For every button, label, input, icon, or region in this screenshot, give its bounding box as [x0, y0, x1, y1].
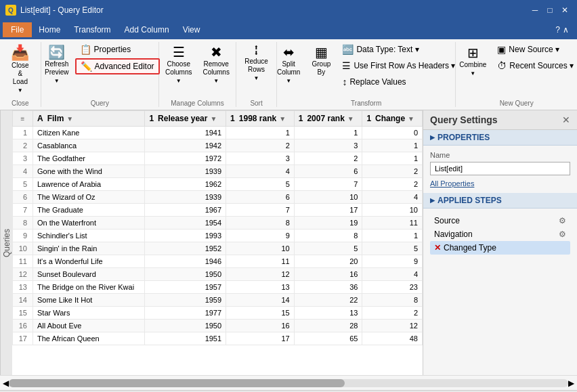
step-source-gear[interactable]: ⚙: [559, 216, 566, 225]
step-changed-type-label: Changed Type: [444, 243, 496, 253]
table-scroll[interactable]: ≡ A Film ▼ 1 Release ye: [12, 110, 423, 375]
table-row[interactable]: 15Star Wars197715132: [13, 307, 423, 320]
view-tab[interactable]: View: [176, 22, 207, 37]
add-column-tab[interactable]: Add Column: [118, 22, 176, 37]
first-row-headers-button[interactable]: ☰ Use First Row As Headers ▾: [337, 58, 460, 73]
table-row[interactable]: 9Schindler's List1993981: [13, 230, 423, 242]
data-type-icon: 🔤: [342, 44, 354, 55]
horizontal-scrollbar[interactable]: [9, 379, 568, 387]
recent-sources-button[interactable]: ⏱ Recent Sources ▾: [492, 58, 577, 73]
transform-group-label: Transform: [351, 97, 381, 107]
scrollbar-thumb: [9, 379, 345, 387]
home-tab[interactable]: Home: [32, 22, 67, 37]
main-area: Queries ≡ A Film ▼: [0, 110, 577, 375]
properties-icon: 📋: [80, 44, 91, 55]
ribbon-group-manage-cols: ☰ ChooseColumns ▼ ✖ RemoveColumns ▼ Mana…: [159, 42, 236, 107]
table-area: ≡ A Film ▼ 1 Release ye: [12, 110, 423, 375]
choose-columns-button[interactable]: ☰ ChooseColumns ▼: [161, 42, 196, 87]
step-navigation-left: Navigation: [434, 230, 473, 239]
data-type-button[interactable]: 🔤 Data Type: Text ▾: [337, 42, 460, 57]
applied-steps-section-header: ▶ APPLIED STEPS: [423, 193, 577, 209]
title-bar-text: List[edit] - Query Editor: [20, 5, 104, 15]
new-query-buttons: ⊞ Combine ▼ ▣ New Source ▾ ⏱ Recent Sour…: [454, 42, 577, 97]
refresh-label: RefreshPreview: [45, 60, 69, 77]
step-changed-type[interactable]: ✕ Changed Type: [430, 241, 570, 255]
transform-tab[interactable]: Transform: [67, 22, 117, 37]
properties-label: Properties: [94, 45, 131, 54]
group-by-icon: ▦: [315, 45, 328, 59]
rank1998-col-filter[interactable]: ▼: [279, 115, 286, 123]
step-navigation[interactable]: Navigation ⚙: [430, 227, 570, 241]
collapse-icon[interactable]: ∧: [563, 25, 569, 35]
split-column-button[interactable]: ⬌ SplitColumn ▼: [272, 42, 305, 87]
refresh-preview-button[interactable]: 🔄 RefreshPreview ▼: [40, 42, 74, 87]
close-group-label: Close: [12, 97, 29, 107]
step-source[interactable]: Source ⚙: [430, 214, 570, 227]
panel-title: Query Settings: [430, 114, 498, 125]
step-navigation-gear[interactable]: ⚙: [559, 230, 566, 239]
all-properties-link[interactable]: All Properties: [430, 179, 570, 188]
table-row[interactable]: 13The Bridge on the River Kwai1957133623: [13, 281, 423, 294]
choose-cols-icon: ☰: [173, 45, 185, 59]
remove-cols-label: RemoveColumns: [202, 60, 229, 77]
table-row[interactable]: 1Citizen Kane1941110: [13, 127, 423, 139]
queries-panel[interactable]: Queries: [0, 110, 12, 375]
maximize-button[interactable]: □: [543, 3, 557, 17]
new-source-label: New Source ▾: [509, 45, 559, 54]
replace-values-button[interactable]: ↕ Replace Values: [337, 74, 460, 89]
group-by-button[interactable]: ▦ GroupBy: [306, 42, 336, 80]
reduce-rows-label: ReduceRows: [244, 58, 268, 74]
col-header-change: 1 Change ▼: [362, 111, 423, 127]
sort-group-label: Sort: [250, 97, 262, 107]
help-icon[interactable]: ?: [555, 25, 560, 35]
close-button[interactable]: ✕: [558, 3, 572, 17]
table-row[interactable]: 6The Wizard of Oz19396104: [13, 191, 423, 204]
applied-steps-header-label: APPLIED STEPS: [437, 196, 502, 205]
table-row[interactable]: 5Lawrence of Arabia1962572: [13, 178, 423, 191]
table-row[interactable]: 2Casablanca1942231: [13, 139, 423, 152]
release-col-label: Release year: [158, 114, 207, 123]
scroll-left-button[interactable]: ◀: [3, 378, 9, 388]
applied-steps-list: Source ⚙ Navigation ⚙ ✕ Changed Type: [423, 209, 577, 260]
table-row[interactable]: 10Singin' in the Rain19521055: [13, 242, 423, 255]
table-row[interactable]: 7The Graduate196771710: [13, 204, 423, 217]
rank2007-col-filter[interactable]: ▼: [347, 115, 354, 123]
table-row[interactable]: 3The Godfather1972321: [13, 152, 423, 165]
table-row[interactable]: 12Sunset Boulevard195012164: [13, 268, 423, 281]
film-col-filter[interactable]: ▼: [66, 115, 73, 123]
close-load-button[interactable]: 📥 Close &Load ▼: [5, 42, 35, 97]
query-col-buttons: 📋 Properties ✏️ Advanced Editor: [75, 42, 160, 74]
replace-icon: ↕: [342, 77, 347, 87]
new-source-button[interactable]: ▣ New Source ▾: [492, 42, 577, 57]
advanced-editor-button[interactable]: ✏️ Advanced Editor: [75, 58, 160, 74]
combine-button[interactable]: ⊞ Combine ▼: [454, 42, 491, 80]
recent-sources-label: Recent Sources ▾: [509, 61, 574, 70]
table-row[interactable]: 14Some Like It Hot195914228: [13, 294, 423, 307]
properties-button[interactable]: 📋 Properties: [75, 42, 160, 57]
split-col-label: SplitColumn: [277, 60, 300, 77]
minimize-button[interactable]: ─: [528, 3, 542, 17]
panel-close-button[interactable]: ✕: [562, 114, 570, 125]
step-source-label: Source: [434, 216, 460, 225]
query-group-buttons: 🔄 RefreshPreview ▼ 📋 Properties ✏️ Advan…: [40, 42, 160, 97]
name-input[interactable]: [430, 162, 570, 175]
new-source-icon: ▣: [497, 44, 506, 55]
file-menu[interactable]: File: [3, 22, 32, 37]
replace-label: Replace Values: [349, 77, 406, 87]
table-row[interactable]: 17The African Queen1951176548: [13, 332, 423, 345]
table-row[interactable]: 16All About Eve1950162812: [13, 320, 423, 332]
table-row[interactable]: 11It's a Wonderful Life194611209: [13, 255, 423, 268]
change-col-filter[interactable]: ▼: [408, 115, 414, 123]
scroll-right-button[interactable]: ▶: [568, 378, 574, 388]
remove-cols-icon: ✖: [211, 45, 222, 59]
table-row[interactable]: 8On the Waterfront195481911: [13, 217, 423, 230]
ribbon-group-close: 📥 Close &Load ▼ Close: [0, 42, 41, 107]
release-col-filter[interactable]: ▼: [210, 115, 217, 123]
remove-columns-button[interactable]: ✖ RemoveColumns ▼: [198, 42, 234, 87]
ribbon-group-sort: ⬆ ⬇ ReduceRows ▼ Sort: [236, 42, 277, 107]
reduce-rows-button[interactable]: ⬆ ⬇ ReduceRows ▼: [240, 42, 272, 85]
title-bar-controls: ─ □ ✕: [528, 3, 572, 17]
table-row[interactable]: 4Gone with the Wind1939462: [13, 165, 423, 178]
choose-cols-arrow: ▼: [176, 78, 181, 84]
step-changed-type-delete[interactable]: ✕: [434, 243, 441, 253]
